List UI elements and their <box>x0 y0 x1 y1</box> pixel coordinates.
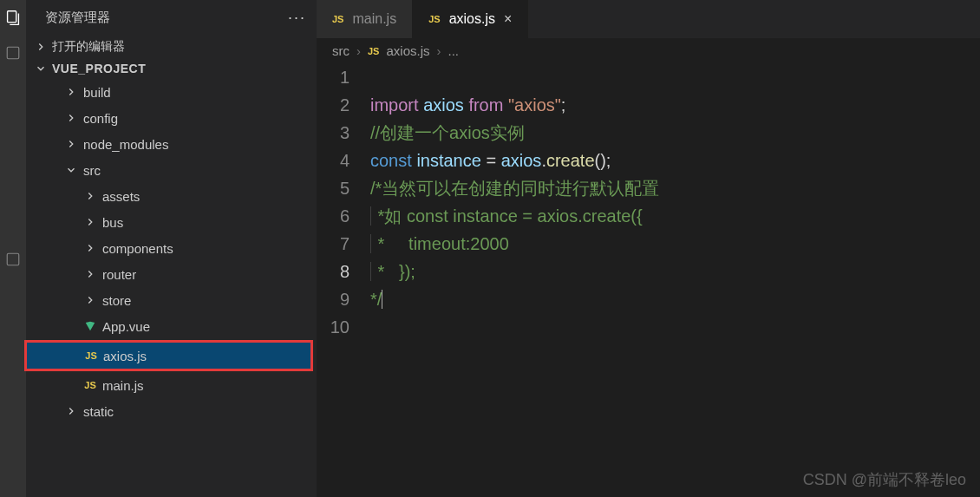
tree-item-label: main.js <box>102 378 144 393</box>
editor-tab[interactable]: JSmain.js <box>317 0 413 38</box>
tree-item-label: bus <box>102 215 123 230</box>
chevron-right-icon <box>82 268 99 280</box>
text-cursor <box>382 290 388 309</box>
files-icon[interactable] <box>3 9 23 28</box>
explorer-sidebar: 资源管理器 ··· 打开的编辑器 VUE_PROJECT buildconfig… <box>26 0 317 497</box>
folder-item[interactable]: store <box>26 287 317 313</box>
chevron-right-icon: › <box>356 43 361 58</box>
open-editors-section[interactable]: 打开的编辑器 <box>26 36 317 58</box>
line-number-gutter: 12345678910 <box>317 63 370 396</box>
breadcrumb[interactable]: src › JS axios.js › ... <box>317 38 980 63</box>
line-number: 4 <box>317 147 350 174</box>
sidebar-header: 资源管理器 ··· <box>26 0 317 36</box>
js-icon: JS <box>428 14 440 24</box>
tree-item-label: build <box>83 85 111 100</box>
js-icon: JS <box>82 350 100 361</box>
chevron-right-icon: › <box>437 43 441 58</box>
file-item[interactable]: JSaxios.js <box>27 343 310 369</box>
chevron-right-icon <box>62 86 80 98</box>
chevron-right-icon <box>62 405 80 417</box>
chevron-right-icon <box>82 216 99 228</box>
tree-item-label: config <box>83 111 118 126</box>
js-icon: JS <box>82 380 99 390</box>
tree-item-label: components <box>102 241 173 256</box>
folder-item[interactable]: components <box>26 235 317 261</box>
chevron-right-icon <box>62 112 80 124</box>
chevron-right-icon <box>82 190 99 202</box>
line-number: 9 <box>317 285 350 313</box>
folder-item[interactable]: node_modules <box>26 131 317 157</box>
sidebar-title: 资源管理器 <box>45 10 110 26</box>
chevron-right-icon <box>62 138 80 150</box>
line-number: 5 <box>317 174 350 202</box>
line-number: 8 <box>317 258 350 285</box>
js-icon: JS <box>368 46 379 56</box>
line-number: 7 <box>317 230 350 258</box>
chevron-right-icon <box>82 294 99 306</box>
open-editors-label: 打开的编辑器 <box>52 39 125 55</box>
tree-item-label: static <box>83 404 114 419</box>
line-number: 6 <box>317 202 350 230</box>
chevron-down-icon <box>62 164 80 176</box>
code-editor[interactable]: 12345678910 import axios from "axios"; /… <box>317 63 980 396</box>
svg-rect-1 <box>7 47 19 59</box>
folder-item[interactable]: assets <box>26 183 317 209</box>
chevron-right-icon <box>35 41 47 53</box>
svg-rect-0 <box>8 11 16 23</box>
tab-label: main.js <box>352 11 396 27</box>
chevron-down-icon <box>35 62 47 75</box>
activity-icon-2[interactable] <box>5 45 21 61</box>
js-icon: JS <box>332 14 343 24</box>
editor-area: JSmain.jsJSaxios.js× src › JS axios.js ›… <box>317 0 980 497</box>
chevron-right-icon <box>82 242 99 254</box>
tree-item-label: axios.js <box>103 349 147 363</box>
folder-item[interactable]: bus <box>26 209 317 235</box>
tree-item-label: assets <box>102 189 140 204</box>
tree-item-label: store <box>102 293 131 308</box>
line-number: 1 <box>317 63 350 91</box>
activity-bar <box>0 0 26 497</box>
line-number: 10 <box>317 313 350 341</box>
tree-item-label: App.vue <box>102 319 150 334</box>
file-tree: buildconfignode_modulessrcassetsbuscompo… <box>26 79 317 424</box>
project-name: VUE_PROJECT <box>52 62 146 75</box>
vue-icon <box>82 320 99 332</box>
folder-item[interactable]: src <box>26 157 317 183</box>
more-actions-icon[interactable]: ··· <box>288 9 306 27</box>
tab-label: axios.js <box>449 11 495 27</box>
breadcrumb-part: src <box>332 43 350 58</box>
tree-item-label: node_modules <box>83 137 168 152</box>
tree-item-label: src <box>83 163 101 178</box>
folder-item[interactable]: config <box>26 105 317 131</box>
activity-icon-3[interactable] <box>5 252 21 267</box>
folder-item[interactable]: router <box>26 261 317 287</box>
line-number: 2 <box>317 91 350 119</box>
breadcrumb-part: axios.js <box>386 43 429 58</box>
line-number: 3 <box>317 119 350 147</box>
breadcrumb-part: ... <box>448 43 460 58</box>
svg-rect-2 <box>7 253 19 265</box>
editor-tab[interactable]: JSaxios.js× <box>413 0 528 38</box>
highlight-box: JSaxios.js <box>24 340 313 371</box>
tree-item-label: router <box>102 267 136 282</box>
tab-bar: JSmain.jsJSaxios.js× <box>317 0 980 38</box>
file-item[interactable]: App.vue <box>26 313 317 339</box>
file-item[interactable]: JSmain.js <box>26 372 317 398</box>
code-lines[interactable]: import axios from "axios"; //创建一个axios实例… <box>370 63 980 396</box>
folder-item[interactable]: static <box>26 398 317 424</box>
folder-item[interactable]: build <box>26 79 317 105</box>
close-icon[interactable]: × <box>504 11 512 27</box>
project-section[interactable]: VUE_PROJECT <box>26 58 317 79</box>
watermark: CSDN @前端不释卷leo <box>803 469 966 490</box>
